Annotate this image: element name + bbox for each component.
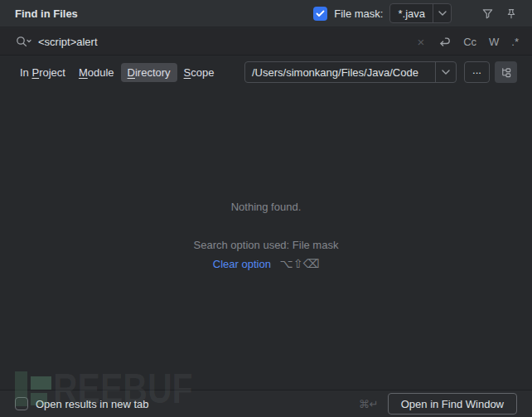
search-controls: × Cc W .* [417,36,519,48]
file-mask-label: File mask: [334,7,383,20]
tree-structure-icon [500,66,512,79]
search-row: <script>alert × Cc W .* [0,28,532,56]
regex-toggle[interactable]: .* [511,36,519,48]
pin-icon[interactable] [505,7,517,20]
tab-directory[interactable]: Directory [121,63,177,82]
search-input[interactable]: <script>alert [38,36,98,48]
directory-path-field[interactable]: /Users/simonkang/Files/Java/Code [244,61,457,83]
find-in-files-dialog: Find in Files File mask: *.java [0,0,532,417]
titlebar: Find in Files File mask: *.java [0,0,532,27]
search-icon[interactable] [15,35,32,48]
filter-icon[interactable] [481,7,494,20]
directory-structure-button[interactable] [495,61,517,83]
footer-bar: Open results in new tab ⌘↵ Open in Find … [0,390,532,417]
open-results-new-tab-label: Open results in new tab [36,398,149,410]
words-toggle[interactable]: W [489,36,499,48]
scope-row: In Project Module Directory Scope /Users… [0,56,532,88]
file-mask-value: *.java [390,7,433,20]
open-results-new-tab-checkbox[interactable] [15,397,28,410]
file-mask-checkbox[interactable] [313,7,327,21]
clear-search-icon[interactable]: × [417,36,424,48]
tab-scope[interactable]: Scope [177,63,221,82]
file-mask-dropdown[interactable]: *.java [389,3,452,23]
clear-option-link[interactable]: Clear option [213,258,271,270]
open-find-window-shortcut: ⌘↵ [359,398,379,410]
chevron-down-icon[interactable] [435,62,456,82]
directory-path-value: /Users/simonkang/Files/Java/Code [245,66,435,79]
tab-module[interactable]: Module [72,63,121,82]
search-option-note: Search option used: File mask [0,239,532,251]
chevron-down-icon[interactable] [433,4,451,22]
check-icon [316,10,325,17]
open-in-find-window-button[interactable]: Open in Find Window [388,393,517,415]
clear-option-row: Clear option ⌥⇧⌫ [0,257,532,270]
nothing-found-message: Nothing found. [0,201,532,213]
browse-directory-button[interactable]: ... [464,61,490,83]
clear-option-shortcut: ⌥⇧⌫ [280,257,320,270]
newline-icon[interactable] [437,36,451,47]
tab-in-project[interactable]: In Project [13,63,72,82]
match-case-toggle[interactable]: Cc [463,36,476,48]
dialog-title: Find in Files [15,7,78,20]
